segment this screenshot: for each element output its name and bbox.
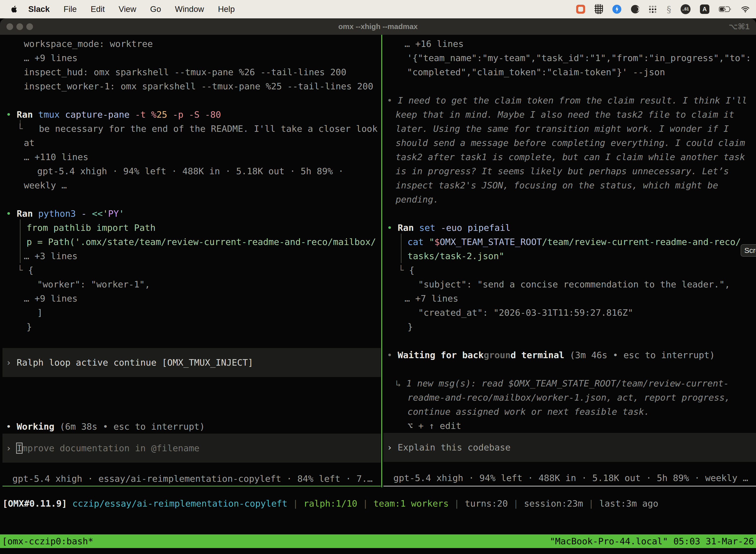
terminal-text-segment: is in progress? It seems likely but perh… [396, 166, 729, 176]
terminal-text-segment: › [6, 443, 17, 453]
terminal-text-segment: { [28, 265, 34, 275]
terminal-blank-line [2, 192, 381, 207]
terminal-line: '{"team_name":"my-team","task_id":"1","f… [383, 51, 756, 65]
terminal-line: … +16 lines [383, 37, 756, 51]
menu-item-edit[interactable]: Edit [90, 4, 105, 14]
terminal-line: … +3 lines [2, 249, 381, 263]
terminal-line: └ be necessary for the end of the README… [2, 122, 381, 136]
terminal-pane-right[interactable]: … +16 lines'{"team_name":"my-team","task… [383, 35, 756, 487]
keypad-shield-icon[interactable] [594, 4, 603, 14]
window-title: omx --xhigh --madmax [338, 18, 418, 35]
terminal-text-segment: OMX_TEAM_STATE_ROOT [440, 237, 542, 247]
terminal-text-segment: … +9 lines [24, 293, 78, 303]
terminal-text-segment: … +9 lines [24, 53, 78, 63]
terminal-text-segment: I need to get the claim token from the c… [397, 95, 747, 106]
screen: Slack FileEditViewGoWindowHelp §..61A om… [0, 0, 756, 554]
omx-status-segment: | [449, 498, 465, 509]
usage-badge-icon[interactable]: ..61 [681, 4, 691, 14]
window-title-bar[interactable]: omx --xhigh --madmax ⌥⌘1 [0, 18, 756, 35]
terminal-text-segment: • [6, 422, 17, 432]
terminal-text-segment: Ran [397, 223, 419, 233]
terminal-text-segment: cat [407, 237, 429, 247]
terminal-text-segment: "created_at": "2026-03-31T11:59:27.816Z" [418, 308, 633, 318]
terminal-line: • I need to get the claim token from the… [383, 93, 756, 107]
terminal-line: › Improve documentation in @filename [2, 434, 381, 463]
terminal-text-segment: └ [17, 265, 28, 275]
squiggle-app-icon[interactable]: § [667, 4, 671, 14]
terminal-text-segment: › [387, 442, 397, 452]
terminal-line: • Working (6m 38s • esc to interrupt) [2, 420, 381, 434]
moon-app-icon[interactable] [631, 5, 640, 14]
terminal-line: should send a message before completing … [383, 136, 756, 150]
terminal-text-segment: 25 [156, 109, 173, 120]
terminal-text-segment: gpt-5.4 xhigh · essay/ai-reimplementatio… [12, 474, 373, 484]
bolt-app-icon[interactable] [612, 5, 621, 14]
terminal-text-segment: } [407, 322, 413, 332]
menu-item-file[interactable]: File [63, 4, 77, 14]
terminal-text-segment: from pathlib import Path [26, 223, 155, 233]
omx-status-line: [OMX#0.11.9] cczip/essay/ai-reimplementa… [2, 496, 658, 510]
terminal-text-segment: python3 [38, 209, 81, 219]
zoom-button[interactable] [26, 23, 33, 30]
terminal-line: tasks/task-2.json" [383, 249, 756, 263]
terminal-text-segment: mprove documentation in @filename [22, 443, 199, 453]
terminal-line: "created_at": "2026-03-31T11:59:27.816Z" [383, 306, 756, 320]
terminal-text-segment: at [24, 138, 35, 148]
apple-menu-icon[interactable] [11, 5, 18, 13]
terminal-text-segment: Waiting for back [397, 350, 484, 360]
terminal-pane-left[interactable]: workspace_mode: worktree… +9 linesinspec… [2, 35, 381, 487]
omx-status-segment: last:3m ago [599, 498, 658, 509]
terminal-line: gpt-5.4 xhigh · 94% left · 488K in · 5.1… [383, 471, 756, 485]
dots-grid-icon[interactable] [649, 5, 657, 13]
pane-divider[interactable] [381, 35, 382, 487]
terminal-line: "subject": "send a concise recommendatio… [383, 277, 756, 291]
terminal-line: … +9 lines [2, 51, 381, 65]
terminal-blank-line [2, 377, 381, 391]
screen-share-overlay-button[interactable]: Scre [741, 244, 756, 257]
terminal-line: ↳ 1 new msg(s): read $OMX_TEAM_STATE_ROO… [383, 376, 756, 390]
wifi-icon[interactable] [741, 6, 750, 12]
terminal-text-segment: should send a message before completing … [396, 138, 745, 148]
terminal-line: cat "$OMX_TEAM_STATE_ROOT/team/review-cu… [383, 235, 756, 249]
omx-status-segment: [OMX#0.11.9] [2, 498, 72, 509]
terminal-text-segment: weekly … [24, 180, 67, 190]
terminal-line: continue assigned work or next feasible … [383, 404, 756, 419]
active-app-menu[interactable]: Slack [28, 4, 50, 14]
terminal-text-segment: -p -S -80 [173, 109, 221, 120]
menu-item-window[interactable]: Window [175, 4, 204, 14]
close-button[interactable] [6, 23, 13, 30]
terminal-line: readme-and-reco/mailbox/worker-1.json, a… [383, 390, 756, 404]
terminal-text-segment: … +16 lines [404, 39, 463, 49]
terminal-text-segment: readme-and-reco/mailbox/worker-1.json, a… [407, 392, 730, 403]
terminal-text-segment: be necessary for the end of the README. … [39, 124, 378, 134]
terminal-line: later. Using the same for transition mig… [383, 122, 756, 136]
menu-item-go[interactable]: Go [150, 4, 161, 14]
terminal-text-segment: '{"team_name":"my-team","task_id":"1","f… [407, 53, 751, 63]
terminal-line: inspect_hud: omx sparkshell --tmux-pane … [2, 65, 381, 79]
terminal-text-segment: inspect_hud: omx sparkshell --tmux-pane … [24, 67, 346, 77]
terminal-text-segment: workspace_mode: worktree [24, 39, 153, 49]
omx-status-segment: | [358, 498, 374, 509]
terminal-text-segment: 1 new msg(s): read $OMX_TEAM_STATE_ROOT/… [406, 378, 729, 388]
minimize-button[interactable] [16, 23, 23, 30]
terminal-line: keep that in mind. Maybe I also need the… [383, 107, 756, 122]
terminal-text-segment: "subject": "send a concise recommendatio… [418, 279, 730, 289]
menu-item-help[interactable]: Help [218, 4, 235, 14]
terminal-text-segment: << [92, 209, 103, 219]
battery-charging-icon[interactable] [719, 6, 732, 12]
terminal-text-segment: - [81, 209, 92, 219]
slack-notification-icon[interactable] [576, 5, 585, 14]
terminal-line: "completed","claim_token":"claim-token"}… [383, 65, 756, 79]
terminal-blank-line [383, 207, 756, 221]
omx-status-segment: | [508, 498, 524, 509]
terminal-line: } [383, 320, 756, 334]
terminal-line: › Explain this codebase [383, 433, 756, 462]
terminal-line: └ { [2, 263, 381, 277]
terminal-text-segment: (3m 46s • esc to interrupt) [564, 350, 715, 360]
terminal-text-segment: Ran [17, 209, 38, 219]
menu-item-view[interactable]: View [119, 4, 136, 14]
terminal-line: weekly … [2, 178, 381, 192]
input-source-icon[interactable]: A [700, 4, 709, 14]
terminal-line: › Ralph loop active continue [OMX_TMUX_I… [2, 348, 381, 377]
menu-bar-left: Slack FileEditViewGoWindowHelp [0, 4, 235, 14]
